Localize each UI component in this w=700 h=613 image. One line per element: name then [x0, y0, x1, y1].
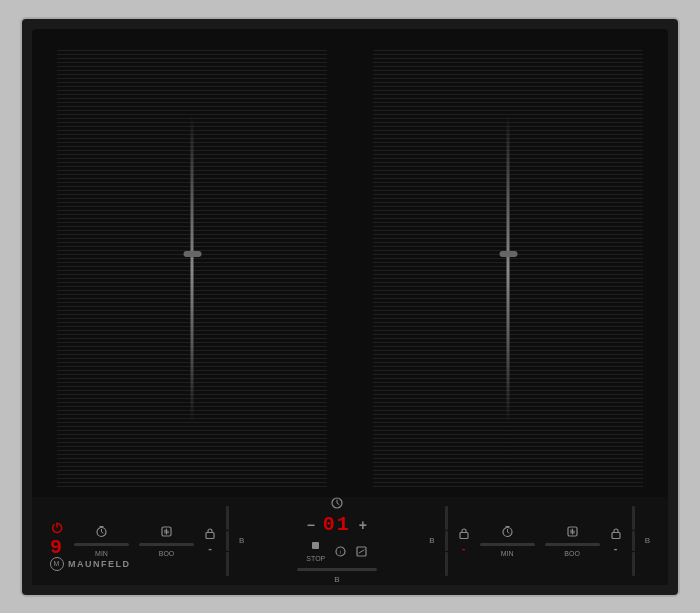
center-control-group: − 01 + STOP [297, 497, 377, 584]
left-boost-label: BOO [159, 550, 175, 557]
right-timer-bar [480, 543, 535, 546]
center-icons-row: STOP i [306, 540, 367, 562]
center-plus-button[interactable]: + [359, 517, 367, 533]
lock-icon-right [458, 527, 470, 540]
left-lock-control[interactable]: - [204, 527, 216, 554]
right-control-group: B - [429, 506, 650, 576]
right-dash2-label: - [614, 542, 618, 554]
edit-icon [356, 546, 367, 557]
slider-line-right [507, 115, 510, 424]
svg-text:i: i [340, 549, 341, 555]
stop-icon [310, 540, 321, 551]
right-end-slider[interactable] [632, 506, 635, 576]
svg-rect-5 [206, 533, 214, 539]
boost-icon-left [160, 525, 173, 538]
timer-icon-right [501, 525, 514, 538]
svg-rect-7 [312, 542, 319, 549]
right-boost-label: BOO [564, 550, 580, 557]
center-digit-row: − 01 + [307, 513, 367, 536]
right-timer-control[interactable]: MIN [480, 525, 535, 557]
slider-handle-right[interactable] [499, 251, 517, 257]
brand-logo: M MAUNFELD [50, 557, 131, 571]
right-timer-label: MIN [501, 550, 514, 557]
left-b-label: B [239, 536, 244, 545]
cooktop-surface: 9 MIN [32, 29, 668, 585]
right-boost-bar [545, 543, 600, 546]
right-dash-label: - [462, 542, 466, 554]
lock-icon-left [204, 527, 216, 540]
timer-icon-left [95, 525, 108, 538]
left-timer-control[interactable]: MIN [74, 525, 129, 557]
boost-icon-right [566, 525, 579, 538]
center-clock-icon [331, 497, 343, 509]
right-boost-control[interactable]: BOO [545, 525, 600, 557]
lock2-icon-right [610, 527, 622, 540]
center-minus-button[interactable]: − [307, 517, 315, 533]
left-power-control[interactable]: 9 [50, 522, 64, 559]
center-digit-display: 01 [323, 513, 351, 536]
left-boost-bar [139, 543, 194, 546]
left-dash-label: - [208, 542, 212, 554]
right-dash-control[interactable]: - [610, 527, 622, 554]
power-icon-left [51, 522, 63, 534]
slider-line-left [191, 115, 194, 424]
left-timer-label: MIN [95, 550, 108, 557]
stop-label: STOP [306, 555, 325, 562]
center-digit2: 1 [337, 513, 351, 536]
right-b-label-right: B [645, 536, 650, 545]
center-b-label: B [334, 575, 339, 584]
right-touch-slider[interactable] [445, 506, 448, 576]
stop-icon-container[interactable]: STOP [306, 540, 325, 562]
info-icon: i [335, 546, 346, 557]
center-clock-icon-container [331, 497, 343, 509]
center-touch-bar [297, 568, 377, 571]
cooktop: 9 MIN [20, 17, 680, 597]
left-touch-slider[interactable] [226, 506, 229, 576]
edit-icon-container[interactable] [356, 546, 367, 557]
control-strip: 9 MIN [32, 497, 668, 585]
svg-rect-18 [612, 533, 620, 539]
brand-symbol: M [50, 557, 64, 571]
center-display-row [331, 497, 343, 509]
info-icon-container[interactable]: i [335, 546, 346, 557]
right-b-label-left: B [429, 536, 434, 545]
left-boost-control[interactable]: BOO [139, 525, 194, 557]
left-timer-bar [74, 543, 129, 546]
center-digit1: 0 [323, 513, 337, 536]
brand-name: MAUNFELD [68, 559, 131, 569]
slider-handle-left[interactable] [183, 251, 201, 257]
svg-line-11 [359, 550, 364, 553]
svg-rect-12 [460, 533, 468, 539]
burner-zone-right [373, 49, 643, 490]
right-lock-control[interactable]: - [458, 527, 470, 554]
burner-zone-left [57, 49, 327, 490]
